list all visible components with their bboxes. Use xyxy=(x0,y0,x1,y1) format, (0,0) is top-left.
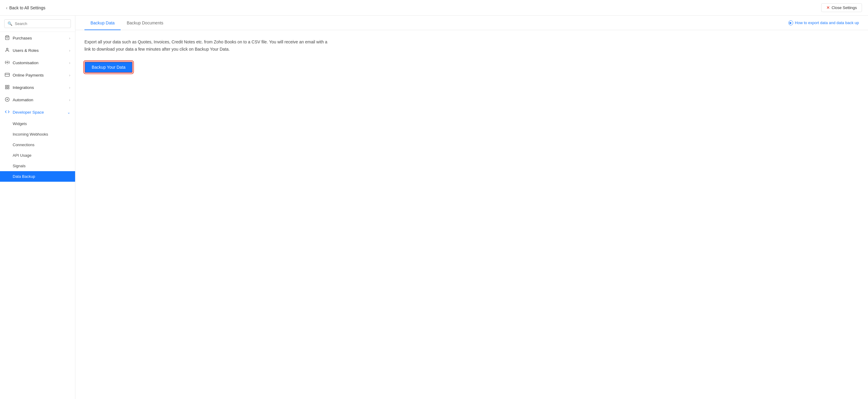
close-settings-button[interactable]: ✕ Close Settings xyxy=(821,3,862,12)
sidebar-sub-item-widgets[interactable]: Widgets xyxy=(0,119,75,129)
tab-backup-documents[interactable]: Backup Documents xyxy=(121,16,169,30)
users-roles-label: Users & Roles xyxy=(13,48,39,53)
svg-rect-8 xyxy=(7,88,9,89)
how-to-link[interactable]: ▶ How to export data and data back up xyxy=(788,21,859,25)
svg-rect-7 xyxy=(5,88,7,89)
how-to-text: How to export data and data back up xyxy=(795,21,859,25)
sidebar-sub-item-connections[interactable]: Connections xyxy=(0,139,75,150)
content-area: Backup Data Backup Documents ▶ How to ex… xyxy=(75,16,868,399)
data-backup-label: Data Backup xyxy=(13,174,35,179)
back-label: Back to All Settings xyxy=(9,5,45,10)
api-usage-label: API Usage xyxy=(13,153,31,158)
top-bar: ‹ Back to All Settings ✕ Close Settings xyxy=(0,0,868,16)
automation-label: Automation xyxy=(13,98,33,102)
code-icon xyxy=(5,109,10,115)
app-container: ‹ Back to All Settings ✕ Close Settings … xyxy=(0,0,868,399)
svg-point-1 xyxy=(6,48,8,50)
backup-your-data-button[interactable]: Backup Your Data xyxy=(85,62,133,73)
signals-label: Signals xyxy=(13,164,26,168)
main-layout: 🔍 Purchases xyxy=(0,16,868,399)
svg-point-2 xyxy=(7,62,8,63)
sidebar-sub-item-incoming-webhooks[interactable]: Incoming Webhooks xyxy=(0,129,75,139)
chevron-right-icon: › xyxy=(69,61,70,65)
sidebar-item-purchases[interactable]: Purchases › xyxy=(0,32,75,44)
sidebar-item-automation[interactable]: Automation › xyxy=(0,94,75,106)
description-text: Export all your data such as Quotes, Inv… xyxy=(85,39,332,53)
chevron-right-icon: › xyxy=(69,98,70,102)
sidebar-sub-item-signals[interactable]: Signals xyxy=(0,161,75,171)
sidebar-item-developer-space[interactable]: Developer Space ⌄ xyxy=(0,106,75,119)
chevron-right-icon: › xyxy=(69,48,70,53)
svg-rect-5 xyxy=(5,85,7,87)
incoming-webhooks-label: Incoming Webhooks xyxy=(13,132,48,136)
grid-icon xyxy=(5,60,10,66)
box-icon xyxy=(5,85,10,91)
sidebar-sub-item-data-backup[interactable]: Data Backup xyxy=(0,171,75,182)
online-payments-label: Online Payments xyxy=(13,73,44,77)
chevron-right-icon: › xyxy=(69,86,70,90)
widgets-label: Widgets xyxy=(13,122,27,126)
search-icon: 🔍 xyxy=(7,22,12,26)
x-icon: ✕ xyxy=(826,5,830,10)
bag-icon xyxy=(5,35,10,41)
chevron-left-icon: ‹ xyxy=(6,5,7,10)
person-icon xyxy=(5,47,10,53)
sidebar-sub-item-api-usage[interactable]: API Usage xyxy=(0,150,75,161)
card-icon xyxy=(5,72,10,78)
back-to-settings-link[interactable]: ‹ Back to All Settings xyxy=(6,5,45,10)
tab-backup-data[interactable]: Backup Data xyxy=(85,16,121,30)
customisation-label: Customisation xyxy=(13,61,39,65)
search-input[interactable] xyxy=(15,22,67,26)
search-container: 🔍 xyxy=(0,16,75,32)
developer-space-label: Developer Space xyxy=(13,110,44,114)
tabs-left: Backup Data Backup Documents xyxy=(85,16,169,30)
plus-circle-icon xyxy=(5,97,10,103)
svg-rect-3 xyxy=(5,73,10,76)
integrations-label: Integrations xyxy=(13,85,34,90)
sidebar: 🔍 Purchases xyxy=(0,16,75,399)
svg-rect-6 xyxy=(7,85,9,87)
connections-label: Connections xyxy=(13,142,34,147)
sidebar-item-integrations[interactable]: Integrations › xyxy=(0,81,75,94)
sidebar-item-customisation[interactable]: Customisation › xyxy=(0,57,75,69)
chevron-right-icon: › xyxy=(69,36,70,40)
sidebar-nav: Purchases › Users & Roles xyxy=(0,32,75,399)
purchases-label: Purchases xyxy=(13,36,32,40)
sidebar-item-users-roles[interactable]: Users & Roles › xyxy=(0,44,75,57)
chevron-right-icon: › xyxy=(69,73,70,77)
close-settings-label: Close Settings xyxy=(832,5,857,10)
search-input-wrapper: 🔍 xyxy=(4,19,71,28)
chevron-down-icon: ⌄ xyxy=(67,110,70,114)
sidebar-item-online-payments[interactable]: Online Payments › xyxy=(0,69,75,81)
content-body: Export all your data such as Quotes, Inv… xyxy=(75,30,868,81)
tabs-header: Backup Data Backup Documents ▶ How to ex… xyxy=(75,16,868,30)
play-circle-icon: ▶ xyxy=(788,21,793,25)
